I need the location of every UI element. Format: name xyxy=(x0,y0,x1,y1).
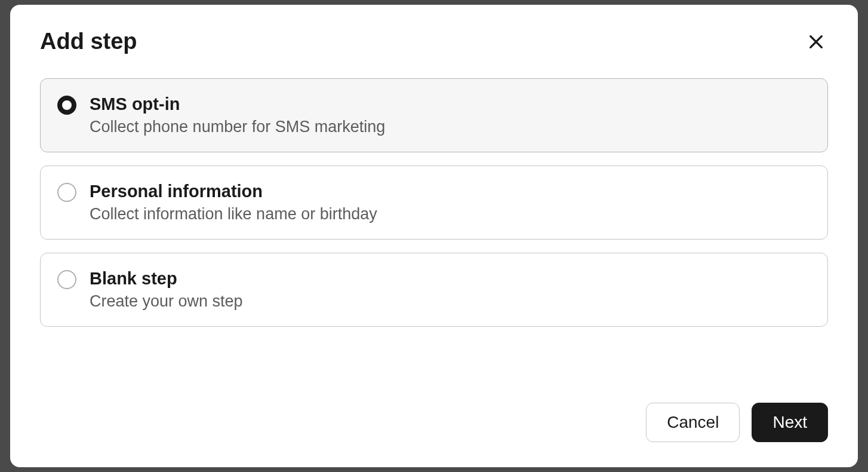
option-description: Collect information like name or birthda… xyxy=(90,205,377,223)
option-content: Blank step Create your own step xyxy=(90,269,243,311)
option-title: Personal information xyxy=(90,182,377,201)
option-personal-information[interactable]: Personal information Collect information… xyxy=(40,165,828,240)
option-content: Personal information Collect information… xyxy=(90,182,377,223)
modal-title: Add step xyxy=(40,29,137,54)
option-content: SMS opt-in Collect phone number for SMS … xyxy=(90,94,385,136)
cancel-button[interactable]: Cancel xyxy=(646,403,740,442)
option-sms-opt-in[interactable]: SMS opt-in Collect phone number for SMS … xyxy=(40,78,828,152)
option-description: Create your own step xyxy=(90,292,243,311)
radio-unselected[interactable] xyxy=(57,270,76,289)
next-button[interactable]: Next xyxy=(752,403,828,442)
add-step-modal: Add step SMS opt-in Collect phone number… xyxy=(10,5,858,467)
option-title: Blank step xyxy=(90,269,243,289)
close-button[interactable] xyxy=(804,30,828,54)
radio-unselected[interactable] xyxy=(57,183,76,202)
option-blank-step[interactable]: Blank step Create your own step xyxy=(40,253,828,327)
option-title: SMS opt-in xyxy=(90,94,385,114)
close-icon xyxy=(807,32,826,51)
option-description: Collect phone number for SMS marketing xyxy=(90,118,385,136)
modal-header: Add step xyxy=(40,29,828,54)
radio-selected[interactable] xyxy=(57,96,76,115)
options-list: SMS opt-in Collect phone number for SMS … xyxy=(40,78,828,379)
modal-footer: Cancel Next xyxy=(40,403,828,442)
